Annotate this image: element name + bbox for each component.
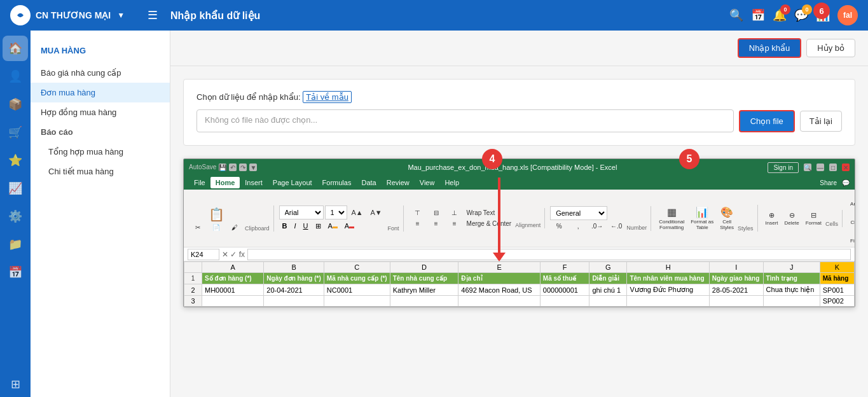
align-left-btn[interactable]: ≡ bbox=[409, 219, 427, 228]
cell-d3[interactable] bbox=[390, 296, 458, 307]
save-btn[interactable]: 💾 bbox=[219, 164, 226, 171]
minimize-btn[interactable]: — bbox=[816, 164, 824, 171]
bold-button[interactable]: B bbox=[279, 221, 291, 232]
format-as-table-btn[interactable]: 📊 Format asTable bbox=[688, 205, 716, 232]
font-size-select[interactable]: 11 bbox=[325, 205, 347, 219]
redo-btn[interactable]: ↷ bbox=[239, 164, 247, 171]
share-btn[interactable]: Share bbox=[820, 179, 837, 186]
message-button[interactable]: 💬 0 bbox=[794, 8, 808, 22]
close-btn[interactable]: ✕ bbox=[842, 164, 850, 171]
merge-center-btn[interactable]: Merge & Center bbox=[464, 219, 514, 228]
import-button[interactable]: Nhập khẩu bbox=[738, 38, 801, 58]
cell-d2[interactable]: Kathryn Miller bbox=[390, 284, 458, 296]
reload-button[interactable]: Tải lại bbox=[800, 111, 842, 132]
excel-menu-view[interactable]: View bbox=[415, 177, 440, 188]
cell-e2[interactable]: 4692 Macon Road, US bbox=[458, 284, 541, 296]
cell-i3[interactable] bbox=[709, 296, 763, 307]
cell-a3[interactable] bbox=[202, 296, 264, 307]
formula-input[interactable] bbox=[247, 249, 851, 260]
cell-h1[interactable]: Tên nhân viên mua hàng bbox=[627, 273, 709, 284]
conditional-formatting-btn[interactable]: ▦ ConditionalFormatting bbox=[656, 205, 687, 232]
sidebar-icon-chart[interactable]: 📈 bbox=[3, 176, 28, 201]
excel-menu-insert[interactable]: Insert bbox=[240, 177, 268, 188]
underline-button[interactable]: U bbox=[300, 221, 312, 232]
copy-button[interactable]: 📄 bbox=[207, 223, 225, 232]
excel-menu-data[interactable]: Data bbox=[356, 177, 381, 188]
sidebar-icon-settings[interactable]: ⚙️ bbox=[3, 204, 28, 229]
sidebar-icon-contacts[interactable]: 👤 bbox=[3, 64, 28, 89]
calendar-button[interactable]: 📅 bbox=[751, 8, 765, 22]
wrap-text-btn[interactable]: Wrap Text bbox=[464, 208, 498, 218]
notification-button[interactable]: 🔔 0 bbox=[773, 8, 787, 22]
align-middle-btn[interactable]: ⊟ bbox=[427, 208, 445, 218]
fill-color-button[interactable]: A bbox=[325, 221, 341, 232]
template-link[interactable]: Tải về mẫu bbox=[303, 91, 352, 103]
cell-c3[interactable] bbox=[324, 296, 390, 307]
cell-f3[interactable] bbox=[540, 296, 589, 307]
cell-e1[interactable]: Địa chỉ bbox=[458, 273, 541, 284]
sidebar-item-tong-hop[interactable]: Tổng hợp mua hàng bbox=[31, 142, 170, 162]
cut-button[interactable]: ✂ bbox=[189, 223, 207, 232]
cell-a1[interactable]: Số đơn hàng (*) bbox=[202, 273, 264, 284]
font-color-button[interactable]: A bbox=[341, 221, 357, 232]
excel-menu-review[interactable]: Review bbox=[382, 177, 415, 188]
cell-k3[interactable]: SP002 bbox=[820, 296, 854, 307]
cell-d1[interactable]: Tên nhà cung cấp bbox=[390, 273, 458, 284]
align-center-btn[interactable]: ≡ bbox=[427, 219, 445, 228]
cell-c2[interactable]: NC0001 bbox=[324, 284, 390, 296]
sidebar-icon-home[interactable]: 🏠 bbox=[3, 36, 28, 61]
increase-font-btn[interactable]: A▲ bbox=[348, 208, 366, 217]
sign-in-btn[interactable]: Sign in bbox=[768, 162, 799, 173]
cell-j3[interactable] bbox=[763, 296, 820, 307]
align-bottom-btn[interactable]: ⊥ bbox=[446, 208, 464, 218]
excel-menu-home[interactable]: Home bbox=[210, 177, 240, 188]
cell-i2[interactable]: 28-05-2021 bbox=[709, 284, 763, 296]
sidebar-icon-star[interactable]: ⭐ bbox=[3, 148, 28, 173]
insert-cells-btn[interactable]: ⊕ Insert bbox=[763, 210, 781, 227]
cell-j2[interactable]: Chua thực hiện bbox=[763, 284, 820, 296]
cell-e3[interactable] bbox=[458, 296, 541, 307]
cell-h3[interactable] bbox=[627, 296, 709, 307]
cancel-button[interactable]: Hủy bỏ bbox=[806, 39, 855, 57]
sidebar-item-chi-tiet[interactable]: Chi tiết mua hàng bbox=[31, 162, 170, 181]
excel-menu-file[interactable]: File bbox=[189, 177, 210, 188]
sidebar-icon-calendar[interactable]: 📅 bbox=[3, 260, 28, 285]
ribbon-btn[interactable]: 🔍 bbox=[804, 164, 811, 171]
font-name-select[interactable]: Arial bbox=[279, 205, 324, 219]
hamburger-icon[interactable]: ☰ bbox=[148, 8, 158, 22]
italic-button[interactable]: I bbox=[291, 221, 299, 232]
cell-j1[interactable]: Tình trạng bbox=[763, 273, 820, 284]
number-format-select[interactable]: General bbox=[550, 206, 607, 220]
excel-sheet[interactable]: A B C D E F G H I J K bbox=[184, 261, 855, 307]
cell-h2[interactable]: Vương Đức Phương bbox=[627, 284, 709, 296]
find-select-btn[interactable]: 🔍 Find & Select bbox=[848, 228, 855, 245]
cell-k2[interactable]: SP001 bbox=[820, 284, 854, 296]
paste-button[interactable]: 📋 bbox=[205, 205, 228, 223]
choose-file-button[interactable]: Chọn file bbox=[739, 110, 795, 132]
excel-menu-formulas[interactable]: Formulas bbox=[317, 177, 357, 188]
restore-btn[interactable]: □ bbox=[829, 164, 837, 171]
comma-btn[interactable]: , bbox=[569, 221, 587, 231]
cell-g2[interactable]: ghi chú 1 bbox=[589, 284, 627, 296]
sidebar-icon-folder[interactable]: 📁 bbox=[3, 232, 28, 257]
search-button[interactable]: 🔍 bbox=[729, 8, 743, 22]
cell-f2[interactable]: 000000001 bbox=[540, 284, 589, 296]
sidebar-icon-box[interactable]: 📦 bbox=[3, 92, 28, 117]
cell-reference-input[interactable] bbox=[188, 249, 219, 260]
autosum-btn[interactable]: Σ AutoSum bbox=[848, 192, 855, 208]
format-painter-button[interactable]: 🖌 bbox=[226, 223, 244, 232]
decrease-font-btn[interactable]: A▼ bbox=[368, 208, 385, 217]
increase-decimal-btn[interactable]: .0→ bbox=[588, 221, 606, 231]
cell-b3[interactable] bbox=[264, 296, 324, 307]
cell-b2[interactable]: 20-04-2021 bbox=[264, 284, 324, 296]
excel-menu-help[interactable]: Help bbox=[439, 177, 464, 188]
cell-styles-btn[interactable]: 🎨 CellStyles bbox=[717, 205, 736, 232]
sidebar-icon-shop[interactable]: 🛒 bbox=[3, 120, 28, 145]
cell-k1[interactable]: Mã hàng bbox=[820, 273, 854, 284]
cell-c1[interactable]: Mã nhà cung cấp (*) bbox=[324, 273, 390, 284]
format-cells-btn[interactable]: ⊟ Format bbox=[803, 210, 824, 227]
user-avatar[interactable]: fal bbox=[837, 5, 858, 25]
sidebar-icon-grid[interactable]: ⊞ bbox=[3, 372, 28, 397]
sidebar-item-hop-dong[interactable]: Hợp đồng mua hàng bbox=[31, 102, 170, 122]
excel-menu-page-layout[interactable]: Page Layout bbox=[268, 177, 317, 188]
